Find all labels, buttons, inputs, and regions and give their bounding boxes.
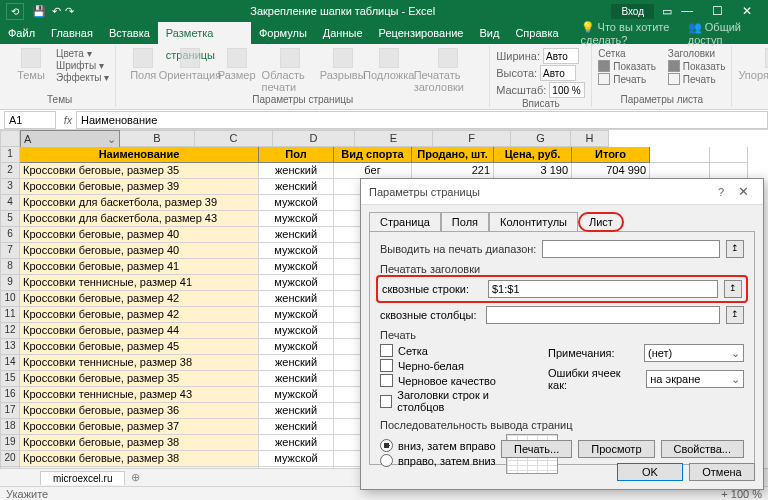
dialog-tab[interactable]: Страница [369, 212, 441, 232]
cell[interactable]: женский [259, 435, 334, 451]
cell[interactable]: женский [259, 403, 334, 419]
cell[interactable]: Кроссовки беговые, размер 40 [20, 227, 259, 243]
cell[interactable]: мужской [259, 451, 334, 467]
cell[interactable]: женский [259, 227, 334, 243]
hdr-print-check[interactable]: Печать [668, 73, 726, 85]
cell[interactable]: женский [259, 179, 334, 195]
redo-icon[interactable]: ↷ [65, 5, 74, 18]
notes-select[interactable]: (нет) [644, 344, 744, 362]
table-header[interactable]: Продано, шт. [412, 147, 494, 163]
save-icon[interactable]: 💾 [32, 5, 46, 18]
cell[interactable]: Кроссовки беговые, размер 44 [20, 323, 259, 339]
cell[interactable]: бег [334, 163, 412, 179]
row-header[interactable]: 15 [0, 371, 20, 387]
col-header[interactable]: C [195, 130, 273, 147]
minimize-icon[interactable]: — [672, 4, 702, 18]
cell[interactable] [710, 163, 748, 179]
add-sheet-icon[interactable]: ⊕ [131, 471, 140, 484]
row-header[interactable]: 4 [0, 195, 20, 211]
grid-print-check[interactable]: Печать [598, 73, 656, 85]
dialog-tab[interactable]: Поля [441, 212, 489, 232]
select-all-corner[interactable] [0, 130, 20, 147]
cell[interactable]: мужской [259, 195, 334, 211]
ref-icon[interactable]: ↥ [726, 240, 744, 258]
ribbon-item[interactable]: Размер [216, 48, 258, 81]
cell[interactable]: Кроссовки беговые, размер 35 [20, 163, 259, 179]
row-header[interactable]: 14 [0, 355, 20, 371]
share-button[interactable]: 👥 Общий доступ [688, 21, 758, 46]
undo-icon[interactable]: ↶ [52, 5, 61, 18]
ribbon-item[interactable]: Печатать заголовки [414, 48, 484, 93]
name-box[interactable] [4, 111, 56, 129]
errors-select[interactable]: на экране [646, 370, 744, 388]
props-button[interactable]: Свойства... [661, 440, 744, 458]
cell[interactable]: Кроссовки беговые, размер 35 [20, 371, 259, 387]
row-header[interactable]: 13 [0, 339, 20, 355]
cell[interactable]: мужской [259, 275, 334, 291]
tell-me[interactable]: 💡 Что вы хотите сделать? [581, 21, 688, 46]
menu-tab[interactable]: Главная [43, 22, 101, 44]
cell[interactable]: Кроссовки беговые, размер 36 [20, 403, 259, 419]
cell[interactable]: Кроссовки беговые, размер 38 [20, 451, 259, 467]
cell[interactable]: женский [259, 291, 334, 307]
cell[interactable]: Кроссовки для баскетбола, размер 39 [20, 195, 259, 211]
rows-input[interactable] [488, 280, 718, 298]
rowcol-check[interactable]: Заголовки строк и столбцов [380, 389, 530, 413]
cell[interactable]: 221 [412, 163, 494, 179]
ribbon-item[interactable]: Подложка [368, 48, 410, 81]
right-down-radio[interactable]: вправо, затем вниз [380, 454, 496, 467]
row-header[interactable]: 17 [0, 403, 20, 419]
col-header[interactable]: D [273, 130, 355, 147]
row-header[interactable]: 2 [0, 163, 20, 179]
grid-show-check[interactable]: Показать [598, 60, 656, 72]
effects-menu[interactable]: Эффекты ▾ [56, 72, 109, 83]
print-range-input[interactable] [542, 240, 720, 258]
cell[interactable]: Кроссовки беговые, размер 42 [20, 291, 259, 307]
help-icon[interactable]: ? [711, 186, 731, 198]
autosave-icon[interactable]: ⟲ [6, 3, 24, 20]
formula-bar[interactable] [76, 111, 768, 129]
cell[interactable]: Кроссовки теннисные, размер 38 [20, 355, 259, 371]
row-header[interactable]: 16 [0, 387, 20, 403]
cell[interactable]: женский [259, 355, 334, 371]
sheet-tab[interactable]: microexcel.ru [40, 471, 125, 485]
col-header[interactable]: F [433, 130, 511, 147]
menu-tab[interactable]: Справка [507, 22, 566, 44]
menu-tab[interactable]: Формулы [251, 22, 315, 44]
grid-check[interactable]: Сетка [380, 344, 530, 357]
ribbon-opts-icon[interactable]: ▭ [662, 5, 672, 18]
cell[interactable]: Кроссовки беговые, размер 41 [20, 259, 259, 275]
scale-field[interactable]: Масштаб: [496, 82, 585, 98]
ribbon-item[interactable]: Ориентация [168, 48, 211, 81]
cell[interactable]: Кроссовки беговые, размер 39 [20, 179, 259, 195]
ribbon-item[interactable]: Разрывы [322, 48, 364, 81]
cell[interactable]: женский [259, 163, 334, 179]
col-header[interactable]: G [511, 130, 571, 147]
row-header[interactable]: 20 [0, 451, 20, 467]
themes-button[interactable]: Темы [10, 48, 52, 81]
cell[interactable]: мужской [259, 259, 334, 275]
cell[interactable] [650, 163, 710, 179]
menu-tab[interactable]: Вид [472, 22, 508, 44]
ribbon-item[interactable]: Область печати [262, 48, 318, 93]
row-header[interactable]: 3 [0, 179, 20, 195]
menu-tab[interactable]: Разметка страницы [158, 22, 251, 44]
cell[interactable]: Кроссовки теннисные, размер 41 [20, 275, 259, 291]
bw-check[interactable]: Черно-белая [380, 359, 530, 372]
cell[interactable] [710, 147, 748, 163]
menu-tab[interactable]: Рецензирование [371, 22, 472, 44]
cell[interactable]: Кроссовки для баскетбола, размер 43 [20, 211, 259, 227]
cell[interactable]: Кроссовки беговые, размер 37 [20, 419, 259, 435]
col-header[interactable]: A [20, 130, 120, 148]
fonts-menu[interactable]: Шрифты ▾ [56, 60, 109, 71]
height-field[interactable]: Высота: [496, 65, 585, 81]
hdr-show-check[interactable]: Показать [668, 60, 726, 72]
row-header[interactable]: 10 [0, 291, 20, 307]
cell[interactable]: мужской [259, 243, 334, 259]
table-header[interactable]: Итого [572, 147, 650, 163]
row-header[interactable]: 9 [0, 275, 20, 291]
ref-icon[interactable]: ↥ [724, 280, 742, 298]
down-right-radio[interactable]: вниз, затем вправо [380, 439, 496, 452]
close-icon[interactable]: ✕ [732, 4, 762, 18]
preview-button[interactable]: Просмотр [578, 440, 654, 458]
